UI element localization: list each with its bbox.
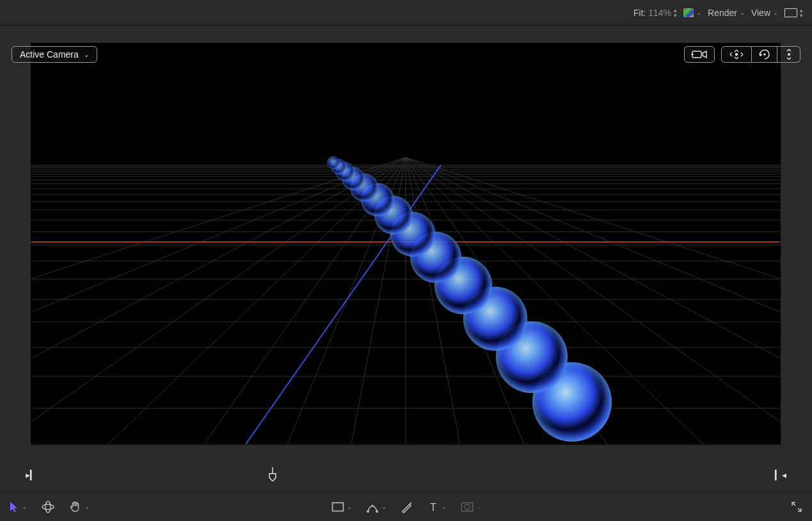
- chevron-down-icon: ⌄: [442, 503, 447, 510]
- text-tool[interactable]: T ⌄: [427, 501, 447, 513]
- camera-3d-tools: [684, 46, 800, 63]
- svg-point-80: [465, 504, 470, 509]
- paint-stroke-tool[interactable]: [401, 501, 413, 513]
- arrow-cursor-icon: [9, 501, 19, 513]
- svg-line-30: [31, 157, 406, 444]
- mask-icon: [461, 502, 474, 512]
- svg-rect-0: [692, 51, 701, 58]
- expand-icon: [790, 501, 803, 513]
- chevron-down-icon: ⌄: [84, 503, 90, 510]
- fit-zoom-control[interactable]: Fit: 114% ▴▾: [633, 8, 677, 18]
- aspect-ratio-icon: [784, 8, 797, 17]
- svg-rect-74: [332, 502, 343, 511]
- aspect-menu[interactable]: ▴▾: [784, 8, 803, 18]
- chevron-down-icon: ⌄: [22, 503, 27, 510]
- rectangle-icon: [331, 502, 344, 512]
- color-swatch-icon: [683, 8, 694, 17]
- out-point-icon[interactable]: ▎◂: [775, 470, 786, 480]
- svg-text:T: T: [429, 501, 436, 513]
- dolly-button[interactable]: [777, 46, 800, 63]
- z-axis-line: [246, 165, 441, 444]
- chevron-down-icon: ⌄: [740, 9, 745, 16]
- frame-camera-button[interactable]: [684, 46, 715, 63]
- chevron-down-icon: ⌄: [476, 503, 481, 510]
- playhead[interactable]: [269, 467, 276, 481]
- view-menu[interactable]: View ⌄: [751, 8, 778, 18]
- brush-icon: [401, 501, 413, 513]
- fit-value: 114%: [648, 8, 671, 18]
- render-label: Render: [708, 8, 737, 18]
- svg-point-2: [735, 53, 738, 56]
- chevron-down-icon: ⌄: [84, 51, 89, 58]
- orbit-3d-icon: [41, 501, 55, 513]
- svg-point-76: [376, 510, 378, 513]
- svg-point-77: [371, 504, 373, 506]
- dolly-icon: [784, 49, 794, 60]
- hand-pan-tool[interactable]: ⌄: [69, 501, 90, 513]
- chevron-down-icon: ⌄: [773, 9, 778, 16]
- svg-point-4: [788, 53, 790, 56]
- pen-tool[interactable]: ⌄: [366, 501, 386, 513]
- svg-point-73: [45, 501, 51, 513]
- svg-point-3: [763, 53, 766, 56]
- svg-point-71: [327, 156, 340, 169]
- svg-line-29: [31, 157, 406, 444]
- text-icon: T: [427, 501, 439, 513]
- svg-line-31: [31, 157, 406, 444]
- stepper-icon: ▴▾: [800, 8, 803, 18]
- pen-bezier-icon: [366, 501, 379, 513]
- view-label: View: [751, 8, 770, 18]
- 3d-transform-tool[interactable]: [41, 501, 55, 513]
- canvas-bottom-toolbar: ⌄ ⌄ ⌄ ⌄ T: [0, 492, 812, 521]
- shape-mask-tool[interactable]: ⌄: [331, 502, 352, 512]
- mask-tool-disabled: ⌄: [461, 502, 481, 512]
- scene-render: [31, 44, 780, 444]
- color-profile-menu[interactable]: ⌄: [683, 8, 701, 17]
- mini-timeline[interactable]: ▸▎ ▎◂: [0, 467, 812, 486]
- render-menu[interactable]: Render ⌄: [708, 8, 745, 18]
- stepper-icon: ▴▾: [674, 8, 677, 18]
- canvas-viewport[interactable]: Active Camera ⌄: [0, 26, 812, 467]
- hand-icon: [69, 501, 82, 513]
- chevron-down-icon: ⌄: [696, 9, 701, 16]
- chevron-down-icon: ⌄: [381, 503, 386, 510]
- svg-line-32: [31, 157, 406, 444]
- camera-selector[interactable]: Active Camera ⌄: [12, 46, 97, 63]
- camera-icon: [691, 49, 708, 60]
- chevron-down-icon: ⌄: [347, 503, 352, 510]
- in-point-icon[interactable]: ▸▎: [26, 470, 37, 480]
- canvas-top-bar: Fit: 114% ▴▾ ⌄ Render ⌄ View ⌄ ▴▾: [0, 0, 812, 26]
- rotate-icon: [758, 49, 772, 60]
- fit-label: Fit:: [633, 8, 646, 18]
- select-tool[interactable]: ⌄: [9, 501, 27, 513]
- canvas-3d-scene[interactable]: [31, 44, 780, 444]
- svg-point-75: [367, 510, 369, 513]
- orbit-button[interactable]: [721, 46, 752, 63]
- camera-selector-label: Active Camera: [20, 49, 79, 60]
- replicator-spheres: [327, 156, 612, 442]
- player-fullscreen-button[interactable]: [790, 501, 803, 513]
- svg-point-72: [42, 504, 54, 509]
- orbit-icon: [728, 49, 745, 60]
- pan-rotate-button[interactable]: [752, 46, 777, 63]
